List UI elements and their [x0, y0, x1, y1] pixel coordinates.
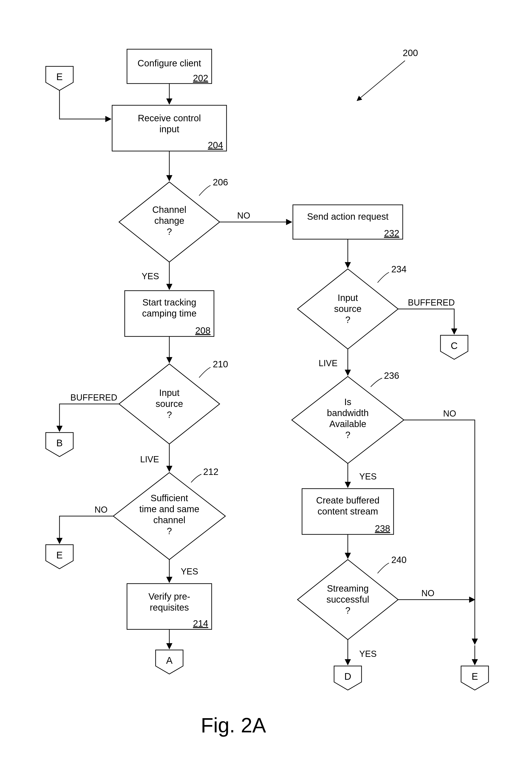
edge-210-live-label: LIVE — [140, 455, 159, 464]
edge-236-e — [404, 420, 475, 644]
connector-a: A — [155, 650, 183, 674]
process-232-send-action-request: Send action request 232 — [293, 205, 403, 239]
decision-240-text3: ? — [345, 605, 350, 615]
decision-236-ref: 236 — [384, 370, 399, 381]
decision-234-ref: 234 — [391, 264, 407, 274]
edge-212-no-label: NO — [94, 505, 108, 514]
process-208-start-tracking-camping-time: Start tracking camping time 208 — [125, 291, 214, 336]
decision-212-text1: Sufficient — [150, 493, 188, 503]
decision-240-streaming-successful: Streaming successful ? 240 — [297, 555, 407, 640]
figure-ref-200: 200 — [357, 48, 418, 101]
process-232-text: Send action request — [307, 212, 388, 222]
connector-e-right-label: E — [472, 671, 478, 682]
edge-240-yes-label: YES — [359, 649, 377, 659]
figure-caption: Fig. 2A — [201, 714, 266, 737]
process-202-ref: 202 — [193, 73, 208, 83]
decision-210-input-source: Input source ? 210 — [119, 359, 228, 444]
process-214-verify-prerequisites: Verify pre- requisites 214 — [127, 584, 212, 629]
decision-234-text3: ? — [345, 315, 350, 325]
edge-234-live-label: LIVE — [319, 359, 338, 368]
decision-234-text2: source — [334, 304, 361, 314]
decision-210-text1: Input — [159, 388, 180, 398]
edge-236-yes-label: YES — [359, 472, 377, 481]
process-214-text2: requisites — [150, 603, 189, 612]
process-238-ref: 238 — [375, 523, 390, 534]
connector-d-label: D — [344, 671, 351, 682]
connector-c-label: C — [451, 340, 458, 351]
process-208-ref: 208 — [195, 326, 211, 335]
edge-etop-204 — [59, 90, 111, 119]
decision-210-text3: ? — [167, 410, 172, 420]
edge-212-e — [59, 516, 113, 543]
decision-206-ref: 206 — [213, 177, 228, 187]
edge-210-b — [59, 404, 119, 431]
decision-212-text2: time and same — [139, 504, 199, 514]
decision-240-ref: 240 — [391, 555, 407, 565]
edge-206-no-label: NO — [237, 211, 250, 221]
connector-e-212: E — [46, 545, 73, 569]
process-214-ref: 214 — [193, 618, 208, 629]
connector-e-right: E — [461, 645, 488, 690]
process-202-text: Configure client — [138, 58, 201, 68]
process-204-ref: 204 — [208, 140, 223, 150]
decision-212-ref: 212 — [203, 467, 218, 477]
decision-236-text1: Is — [344, 397, 351, 407]
decision-234-input-source: Input source ? 234 — [297, 264, 407, 349]
figure-ref-label: 200 — [403, 48, 418, 58]
edge-234-c — [398, 309, 454, 334]
edge-212-yes-label: YES — [181, 567, 198, 576]
decision-206-text3: ? — [167, 226, 172, 237]
decision-212-sufficient-time-same-channel: Sufficient time and same channel ? 212 — [113, 467, 225, 560]
connector-a-label: A — [166, 655, 173, 666]
decision-210-text2: source — [155, 399, 183, 409]
flowchart-fig-2a: 200 E Configure client 202 Receive contr… — [0, 0, 532, 758]
decision-206-text1: Channel — [152, 205, 186, 215]
process-214-text1: Verify pre- — [149, 591, 190, 602]
decision-236-text4: ? — [345, 430, 350, 440]
decision-206-text2: change — [154, 216, 184, 226]
connector-b: B — [46, 432, 73, 457]
process-202-configure-client: Configure client 202 — [127, 49, 212, 84]
process-208-text2: camping time — [142, 308, 197, 318]
process-204-text1: Receive control — [138, 113, 201, 123]
edge-236-no-label: NO — [443, 409, 456, 418]
connector-e-top-label: E — [56, 71, 63, 82]
process-238-text2: content stream — [317, 506, 378, 516]
decision-240-text1: Streaming — [327, 583, 369, 594]
connector-e-212-label: E — [56, 550, 63, 561]
decision-236-text3: Available — [329, 419, 366, 429]
connector-d: D — [334, 666, 361, 690]
process-208-text1: Start tracking — [142, 297, 196, 307]
edge-240-no-label: NO — [421, 588, 435, 598]
decision-206-channel-change: Channel change ? 206 — [119, 177, 228, 262]
process-204-text2: input — [159, 124, 180, 134]
svg-line-0 — [357, 61, 405, 101]
connector-e-top: E — [46, 66, 73, 90]
decision-212-text3: channel — [153, 515, 185, 525]
decision-240-text2: successful — [326, 594, 369, 604]
edge-206-yes-label: YES — [142, 271, 159, 281]
process-238-text1: Create buffered — [316, 495, 380, 505]
connector-b-label: B — [56, 437, 63, 448]
decision-236-text2: bandwidth — [327, 408, 369, 418]
edge-234-buffered-label: BUFFERED — [408, 298, 455, 307]
decision-236-bandwidth-available: Is bandwidth Available ? 236 — [292, 370, 404, 464]
edge-210-buffered-label: BUFFERED — [71, 393, 117, 402]
connector-c: C — [441, 335, 468, 359]
process-204-receive-control-input: Receive control input 204 — [112, 105, 226, 151]
decision-212-text4: ? — [167, 526, 172, 536]
process-232-ref: 232 — [384, 228, 399, 238]
decision-234-text1: Input — [338, 293, 358, 303]
process-238-create-buffered-content-stream: Create buffered content stream 238 — [302, 489, 394, 534]
decision-210-ref: 210 — [213, 359, 228, 369]
